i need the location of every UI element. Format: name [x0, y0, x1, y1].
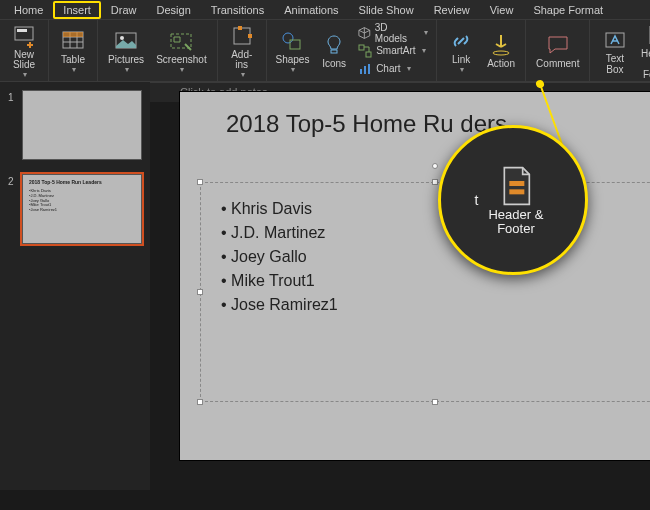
- svg-point-24: [493, 51, 509, 55]
- tab-home[interactable]: Home: [4, 1, 53, 19]
- pictures-button[interactable]: Pictures: [104, 27, 148, 74]
- svg-rect-19: [359, 45, 364, 50]
- slide-title[interactable]: 2018 Top-5 Home Ru ders: [226, 110, 507, 138]
- ribbon-tabs: Home Insert Draw Design Transitions Anim…: [0, 0, 650, 20]
- cube-icon: [358, 26, 371, 40]
- slide-canvas[interactable]: 2018 Top-5 Home Ru ders Khris Davis J.D.…: [180, 92, 650, 460]
- screenshot-label: Screenshot: [156, 55, 207, 66]
- tab-animations[interactable]: Animations: [274, 1, 348, 19]
- tab-insert[interactable]: Insert: [53, 1, 101, 19]
- smartart-icon: [358, 44, 372, 58]
- shapes-button[interactable]: Shapes: [273, 27, 312, 74]
- resize-handle-bl[interactable]: [197, 399, 203, 405]
- svg-rect-1: [17, 29, 27, 32]
- addins-button[interactable]: Add-ins: [224, 22, 260, 79]
- textbox-button[interactable]: Text Box: [596, 26, 633, 75]
- svg-rect-22: [364, 66, 366, 74]
- link-label: Link: [452, 55, 470, 66]
- thumb-number: 1: [8, 90, 16, 160]
- resize-handle-l[interactable]: [197, 289, 203, 295]
- tab-review[interactable]: Review: [424, 1, 480, 19]
- svg-rect-21: [360, 69, 362, 74]
- tab-shape-format[interactable]: Shape Format: [523, 1, 613, 19]
- icons-icon: [322, 33, 346, 57]
- new-slide-icon: [12, 24, 36, 48]
- illustrations-mini: 3D Models SmartArt Chart: [356, 24, 430, 78]
- group-illustrations: Shapes Icons 3D Models SmartArt Chart: [267, 20, 437, 81]
- header-footer-icon: [645, 23, 650, 47]
- smartart-label: SmartArt: [376, 45, 415, 56]
- slide-thumbnails: 1 2 2018 Top-5 Home Run Leaders •Khris D…: [0, 82, 150, 490]
- table-button[interactable]: Table: [55, 27, 91, 74]
- screenshot-button[interactable]: Screenshot: [152, 27, 211, 74]
- addins-label: Add-ins: [228, 50, 256, 71]
- svg-rect-13: [234, 28, 250, 44]
- 3d-models-button[interactable]: 3D Models: [356, 24, 430, 42]
- list-item[interactable]: Jose Ramirez1: [221, 293, 649, 317]
- svg-rect-18: [331, 50, 337, 53]
- tab-transitions[interactable]: Transitions: [201, 1, 274, 19]
- group-slides: New Slide: [0, 20, 49, 81]
- slide-thumbnail-2[interactable]: 2018 Top-5 Home Run Leaders •Khris Davis…: [22, 174, 142, 244]
- header-footer-button[interactable]: Header &Footer: [637, 21, 650, 81]
- group-comments: Comment: [526, 20, 590, 81]
- list-item[interactable]: J.D. Martinez: [221, 221, 649, 245]
- comment-icon: [546, 33, 570, 57]
- thumb-number: 2: [8, 174, 16, 244]
- list-item[interactable]: Joey Gallo: [221, 245, 649, 269]
- shapes-icon: [280, 29, 304, 53]
- magnified-header-footer-button: Header &Footer: [488, 164, 543, 237]
- pictures-icon: [114, 29, 138, 53]
- header-footer-icon: [496, 164, 536, 208]
- icons-button[interactable]: Icons: [316, 31, 352, 70]
- slide-canvas-area: 2018 Top-5 Home Ru ders Khris Davis J.D.…: [150, 82, 650, 490]
- table-label: Table: [61, 55, 85, 66]
- screenshot-icon: [169, 29, 193, 53]
- smartart-button[interactable]: SmartArt: [356, 42, 430, 60]
- chart-button[interactable]: Chart: [356, 60, 430, 78]
- group-links: Link Action: [437, 20, 526, 81]
- group-text: Text Box Header &Footer: [590, 20, 650, 81]
- textbox-icon: [603, 28, 627, 52]
- link-icon: [449, 29, 473, 53]
- new-slide-button[interactable]: New Slide: [6, 22, 42, 79]
- rotate-handle[interactable]: [432, 163, 438, 169]
- thumb-row: 1: [8, 90, 142, 160]
- magnifier-partial-text: t: [475, 192, 479, 208]
- group-addins: Add-ins: [218, 20, 267, 81]
- comment-button[interactable]: Comment: [532, 31, 583, 70]
- tab-view[interactable]: View: [480, 1, 524, 19]
- chart-icon: [358, 62, 372, 76]
- thumb-list: •Khris Davis •J.D. Martinez •Joey Gallo …: [29, 189, 57, 213]
- resize-handle-b[interactable]: [432, 399, 438, 405]
- group-tables: Table: [49, 20, 98, 81]
- chart-label: Chart: [376, 63, 400, 74]
- svg-rect-9: [63, 32, 83, 37]
- resize-handle-t[interactable]: [432, 179, 438, 185]
- textbox-label: Text Box: [600, 54, 629, 75]
- thumb-title: 2018 Top-5 Home Run Leaders: [29, 179, 102, 185]
- svg-point-11: [120, 36, 124, 40]
- magnified-label: Header &Footer: [488, 208, 543, 237]
- group-images: Pictures Screenshot: [98, 20, 218, 81]
- table-icon: [61, 29, 85, 53]
- link-button[interactable]: Link: [443, 27, 479, 74]
- slide-thumbnail-1[interactable]: [22, 90, 142, 160]
- svg-rect-29: [509, 189, 524, 194]
- comment-label: Comment: [536, 59, 579, 70]
- ribbon: New Slide Table Pictures Screenshot Add-…: [0, 20, 650, 82]
- icons-label: Icons: [322, 59, 346, 70]
- svg-rect-23: [368, 64, 370, 74]
- action-icon: [489, 33, 513, 57]
- tab-design[interactable]: Design: [147, 1, 201, 19]
- svg-rect-15: [248, 34, 252, 38]
- action-button[interactable]: Action: [483, 31, 519, 70]
- list-item[interactable]: Mike Trout1: [221, 269, 649, 293]
- svg-rect-20: [366, 52, 371, 57]
- svg-rect-0: [15, 27, 33, 40]
- action-label: Action: [487, 59, 515, 70]
- tab-draw[interactable]: Draw: [101, 1, 147, 19]
- tab-slideshow[interactable]: Slide Show: [349, 1, 424, 19]
- resize-handle-tl[interactable]: [197, 179, 203, 185]
- svg-point-16: [283, 33, 293, 43]
